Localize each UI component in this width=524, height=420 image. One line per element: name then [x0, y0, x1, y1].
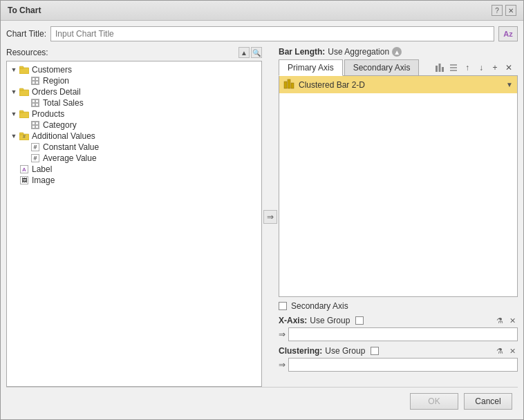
svg-rect-3	[19, 88, 24, 90]
chart-list-panel: Clustered Bar 2-D ▼	[279, 76, 518, 297]
tab-primary-axis[interactable]: Primary Axis	[279, 59, 343, 76]
svg-rect-1	[19, 66, 24, 68]
clustering-row: Clustering: Use Group ⚗ ✕ ⇒	[279, 345, 518, 372]
xaxis-checkbox[interactable]	[355, 316, 364, 325]
folder-customers-icon	[19, 65, 30, 75]
svg-rect-5	[19, 111, 24, 113]
help-button[interactable]: ?	[492, 5, 503, 16]
tree-item-label[interactable]: A Label	[7, 164, 261, 175]
title-bar-buttons: ? ✕	[492, 5, 516, 16]
list-icon[interactable]	[447, 61, 460, 74]
table-total-sales-icon	[30, 98, 41, 108]
svg-rect-11	[442, 67, 444, 72]
hash-constant-icon: #	[30, 142, 41, 152]
chart-item-dropdown-arrow[interactable]: ▼	[506, 81, 513, 88]
products-label: Products	[32, 109, 64, 119]
chart-item-clustered-bar-2d[interactable]: Clustered Bar 2-D ▼	[279, 76, 517, 93]
tree-item-additional-values[interactable]: ▼ # Additional Values	[7, 131, 261, 142]
folder-products-icon	[19, 109, 30, 119]
tree-item-orders-detail[interactable]: ▼ Orders Detail	[7, 86, 261, 97]
tree-item-constant-value[interactable]: # Constant Value	[7, 142, 261, 153]
img-image-icon: 🖼	[19, 175, 30, 185]
svg-rect-9	[436, 66, 438, 72]
svg-rect-0	[19, 68, 29, 74]
clustering-checkbox[interactable]	[371, 347, 379, 355]
additional-values-label: Additional Values	[32, 131, 95, 141]
expand-customers: ▼	[10, 66, 18, 74]
xaxis-row: X-Axis: Use Group ⚗ ✕ ⇒	[279, 315, 518, 341]
expand-image	[10, 176, 18, 184]
expand-orders: ▼	[10, 88, 18, 96]
resources-search-icon[interactable]: 🔍	[251, 47, 262, 58]
clustering-input-row: ⇒	[279, 358, 518, 372]
right-panel: Bar Length: Use Aggregation ▲ Primary Ax…	[279, 47, 518, 387]
folder-orders-icon	[19, 87, 30, 97]
xaxis-input[interactable]	[288, 327, 518, 341]
image-label: Image	[32, 175, 55, 185]
expand-products: ▼	[10, 110, 18, 118]
bottom-row: OK Cancel	[6, 387, 518, 414]
xaxis-input-row: ⇒	[279, 327, 518, 341]
resources-label: Resources:	[6, 48, 48, 57]
left-panel: Resources: ▲ 🔍 ▼ Customers	[6, 47, 262, 387]
svg-rect-2	[19, 90, 29, 96]
xaxis-remove-icon[interactable]: ✕	[507, 315, 518, 326]
clustering-input[interactable]	[288, 358, 518, 372]
tree-item-products[interactable]: ▼ Products	[7, 108, 261, 120]
bar-length-row: Bar Length: Use Aggregation ▲	[279, 47, 518, 57]
remove-tab-icon[interactable]: ✕	[503, 61, 515, 74]
tree-item-average-value[interactable]: # Average Value	[7, 153, 261, 164]
expand-total-sales	[21, 99, 29, 107]
orders-detail-label: Orders Detail	[32, 87, 81, 97]
chart-bar-icon[interactable]	[433, 61, 446, 74]
bar-chart-icon	[283, 78, 294, 91]
bar-length-value: Use Aggregation	[328, 47, 389, 57]
tree-item-customers[interactable]: ▼ Customers	[7, 64, 261, 75]
title-bar: To Chart ? ✕	[1, 1, 523, 21]
tree-item-region[interactable]: Region	[7, 75, 261, 86]
clustering-arrow: ⇒	[279, 358, 286, 372]
xaxis-arrow: ⇒	[279, 327, 286, 341]
move-down-icon[interactable]: ↓	[475, 61, 487, 74]
move-up-icon[interactable]: ↑	[461, 61, 474, 74]
a-label-icon: A	[19, 164, 30, 174]
svg-rect-4	[19, 112, 29, 118]
svg-rect-16	[288, 79, 290, 88]
resources-icons: ▲ 🔍	[238, 47, 262, 58]
total-sales-label: Total Sales	[43, 98, 84, 108]
secondary-axis-checkbox[interactable]	[279, 302, 287, 310]
transfer-arrow-button[interactable]: ⇒	[263, 210, 277, 224]
xaxis-header: X-Axis: Use Group ⚗ ✕	[279, 315, 518, 326]
expand-constant	[21, 143, 29, 151]
dialog-title: To Chart	[8, 6, 41, 15]
xaxis-value: Use Group	[310, 316, 350, 325]
main-row: Resources: ▲ 🔍 ▼ Customers	[6, 47, 518, 387]
table-category-icon	[30, 120, 41, 130]
clustering-remove-icon[interactable]: ✕	[507, 345, 518, 356]
tab-icons: ↑ ↓ + ✕	[433, 61, 518, 74]
tab-secondary-axis[interactable]: Secondary Axis	[344, 59, 420, 75]
average-value-label: Average Value	[43, 153, 97, 163]
tabs-row: Primary Axis Secondary Axis ↑ ↓ + ✕	[279, 59, 518, 76]
info-icon: ▲	[392, 47, 402, 57]
chart-title-input[interactable]	[50, 26, 494, 41]
tree-item-total-sales[interactable]: Total Sales	[7, 97, 261, 108]
az-button[interactable]: Az	[498, 26, 518, 41]
close-button[interactable]: ✕	[505, 5, 516, 16]
add-icon[interactable]: +	[489, 61, 501, 74]
label-label: Label	[32, 164, 52, 174]
chart-title-label: Chart Title:	[6, 29, 46, 39]
tree-item-image[interactable]: 🖼 Image	[7, 175, 261, 186]
clustering-icons: ⚗ ✕	[494, 345, 518, 356]
resources-up-icon[interactable]: ▲	[238, 47, 250, 58]
clustering-filter-icon[interactable]: ⚗	[494, 345, 505, 356]
resources-header: Resources: ▲ 🔍	[6, 47, 262, 58]
customers-label: Customers	[32, 65, 72, 75]
ok-button[interactable]: OK	[410, 393, 458, 410]
xaxis-filter-icon[interactable]: ⚗	[494, 315, 505, 326]
svg-rect-10	[439, 64, 441, 72]
tree-item-category[interactable]: Category	[7, 120, 261, 131]
cancel-button[interactable]: Cancel	[464, 393, 512, 410]
to-chart-dialog: To Chart ? ✕ Chart Title: Az Resources: …	[0, 0, 524, 420]
clustering-header: Clustering: Use Group ⚗ ✕	[279, 345, 518, 356]
